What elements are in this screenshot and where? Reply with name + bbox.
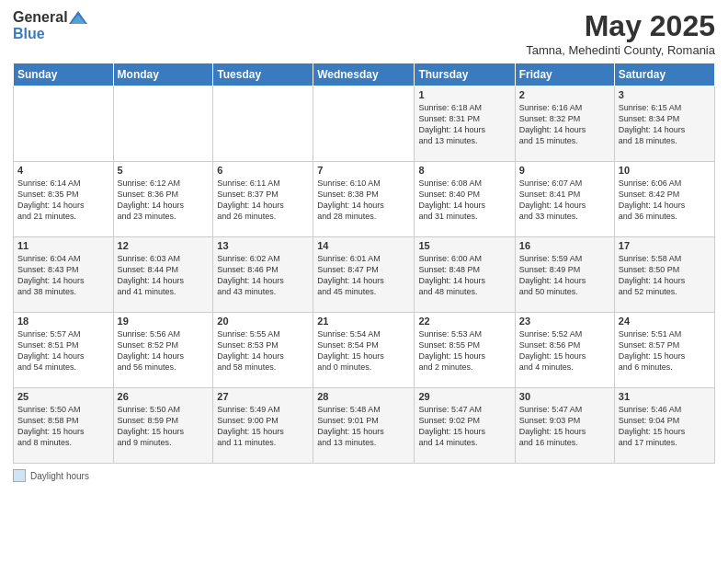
- day-number: 21: [317, 316, 410, 327]
- day-info: Sunrise: 5:59 AM Sunset: 8:49 PM Dayligh…: [519, 253, 610, 298]
- table-row: 23Sunrise: 5:52 AM Sunset: 8:56 PM Dayli…: [515, 313, 614, 388]
- day-info: Sunrise: 6:08 AM Sunset: 8:40 PM Dayligh…: [418, 178, 510, 223]
- day-info: Sunrise: 6:06 AM Sunset: 8:42 PM Dayligh…: [619, 178, 711, 223]
- logo-icon: [69, 9, 87, 26]
- table-row: 8Sunrise: 6:08 AM Sunset: 8:40 PM Daylig…: [415, 162, 515, 237]
- day-info: Sunrise: 5:46 AM Sunset: 9:04 PM Dayligh…: [619, 404, 711, 449]
- day-number: 17: [619, 240, 711, 251]
- table-row: [14, 86, 114, 162]
- table-row: [113, 86, 213, 162]
- calendar-table: Sunday Monday Tuesday Wednesday Thursday…: [13, 63, 715, 464]
- day-number: 24: [619, 316, 711, 327]
- col-tuesday: Tuesday: [213, 63, 313, 86]
- day-info: Sunrise: 5:52 AM Sunset: 8:56 PM Dayligh…: [519, 328, 610, 373]
- table-row: 15Sunrise: 6:00 AM Sunset: 8:48 PM Dayli…: [415, 237, 515, 313]
- daylight-legend-box: [13, 469, 26, 482]
- table-row: 19Sunrise: 5:56 AM Sunset: 8:52 PM Dayli…: [113, 313, 213, 388]
- table-row: 9Sunrise: 6:07 AM Sunset: 8:41 PM Daylig…: [515, 162, 614, 237]
- day-number: 14: [317, 240, 410, 251]
- day-info: Sunrise: 6:10 AM Sunset: 8:38 PM Dayligh…: [317, 178, 410, 223]
- day-info: Sunrise: 6:11 AM Sunset: 8:37 PM Dayligh…: [217, 178, 309, 223]
- calendar-week-row: 18Sunrise: 5:57 AM Sunset: 8:51 PM Dayli…: [14, 313, 715, 388]
- day-number: 1: [418, 89, 510, 100]
- day-info: Sunrise: 5:51 AM Sunset: 8:57 PM Dayligh…: [619, 328, 711, 373]
- table-row: 13Sunrise: 6:02 AM Sunset: 8:46 PM Dayli…: [213, 237, 313, 313]
- table-row: 29Sunrise: 5:47 AM Sunset: 9:02 PM Dayli…: [415, 388, 515, 464]
- day-info: Sunrise: 5:58 AM Sunset: 8:50 PM Dayligh…: [619, 253, 711, 298]
- table-row: 2Sunrise: 6:16 AM Sunset: 8:32 PM Daylig…: [515, 86, 614, 162]
- table-row: 26Sunrise: 5:50 AM Sunset: 8:59 PM Dayli…: [113, 388, 213, 464]
- location-subtitle: Tamna, Mehedinti County, Romania: [526, 43, 715, 57]
- day-number: 25: [17, 391, 109, 402]
- day-info: Sunrise: 5:47 AM Sunset: 9:03 PM Dayligh…: [519, 404, 610, 449]
- day-info: Sunrise: 5:50 AM Sunset: 8:59 PM Dayligh…: [118, 404, 210, 449]
- table-row: 12Sunrise: 6:03 AM Sunset: 8:44 PM Dayli…: [113, 237, 213, 313]
- table-row: 3Sunrise: 6:15 AM Sunset: 8:34 PM Daylig…: [614, 86, 714, 162]
- logo: General Blue: [13, 9, 88, 42]
- daylight-legend-label: Daylight hours: [30, 471, 89, 481]
- table-row: 10Sunrise: 6:06 AM Sunset: 8:42 PM Dayli…: [614, 162, 714, 237]
- table-row: 31Sunrise: 5:46 AM Sunset: 9:04 PM Dayli…: [614, 388, 714, 464]
- day-info: Sunrise: 5:57 AM Sunset: 8:51 PM Dayligh…: [17, 328, 109, 373]
- col-wednesday: Wednesday: [313, 63, 415, 86]
- day-number: 7: [317, 165, 410, 176]
- title-area: May 2025 Tamna, Mehedinti County, Romani…: [526, 9, 715, 57]
- day-number: 18: [17, 316, 109, 327]
- day-info: Sunrise: 6:16 AM Sunset: 8:32 PM Dayligh…: [519, 102, 610, 147]
- day-number: 13: [217, 240, 309, 251]
- day-number: 30: [519, 391, 610, 402]
- table-row: 4Sunrise: 6:14 AM Sunset: 8:35 PM Daylig…: [14, 162, 114, 237]
- day-number: 6: [217, 165, 309, 176]
- day-info: Sunrise: 5:47 AM Sunset: 9:02 PM Dayligh…: [418, 404, 510, 449]
- table-row: 25Sunrise: 5:50 AM Sunset: 8:58 PM Dayli…: [14, 388, 114, 464]
- calendar-week-row: 1Sunrise: 6:18 AM Sunset: 8:31 PM Daylig…: [14, 86, 715, 162]
- day-info: Sunrise: 6:12 AM Sunset: 8:36 PM Dayligh…: [118, 178, 210, 223]
- day-number: 9: [519, 165, 610, 176]
- day-info: Sunrise: 5:55 AM Sunset: 8:53 PM Dayligh…: [217, 328, 309, 373]
- day-number: 29: [418, 391, 510, 402]
- day-number: 16: [519, 240, 610, 251]
- logo-general-text: General: [13, 9, 68, 26]
- day-number: 2: [519, 89, 610, 100]
- day-number: 5: [118, 165, 210, 176]
- day-info: Sunrise: 6:14 AM Sunset: 8:35 PM Dayligh…: [17, 178, 109, 223]
- table-row: 16Sunrise: 5:59 AM Sunset: 8:49 PM Dayli…: [515, 237, 614, 313]
- col-monday: Monday: [113, 63, 213, 86]
- table-row: 22Sunrise: 5:53 AM Sunset: 8:55 PM Dayli…: [415, 313, 515, 388]
- table-row: 11Sunrise: 6:04 AM Sunset: 8:43 PM Dayli…: [14, 237, 114, 313]
- day-info: Sunrise: 5:50 AM Sunset: 8:58 PM Dayligh…: [17, 404, 109, 449]
- day-number: 28: [317, 391, 410, 402]
- table-row: 1Sunrise: 6:18 AM Sunset: 8:31 PM Daylig…: [415, 86, 515, 162]
- table-row: 14Sunrise: 6:01 AM Sunset: 8:47 PM Dayli…: [313, 237, 415, 313]
- day-info: Sunrise: 6:01 AM Sunset: 8:47 PM Dayligh…: [317, 253, 410, 298]
- day-info: Sunrise: 5:49 AM Sunset: 9:00 PM Dayligh…: [217, 404, 309, 449]
- table-row: 6Sunrise: 6:11 AM Sunset: 8:37 PM Daylig…: [213, 162, 313, 237]
- day-number: 3: [619, 89, 711, 100]
- day-info: Sunrise: 5:56 AM Sunset: 8:52 PM Dayligh…: [118, 328, 210, 373]
- col-saturday: Saturday: [614, 63, 714, 86]
- table-row: [213, 86, 313, 162]
- day-number: 15: [418, 240, 510, 251]
- day-number: 23: [519, 316, 610, 327]
- day-number: 22: [418, 316, 510, 327]
- day-number: 27: [217, 391, 309, 402]
- day-number: 8: [418, 165, 510, 176]
- table-row: 18Sunrise: 5:57 AM Sunset: 8:51 PM Dayli…: [14, 313, 114, 388]
- day-info: Sunrise: 5:48 AM Sunset: 9:01 PM Dayligh…: [317, 404, 410, 449]
- day-info: Sunrise: 6:15 AM Sunset: 8:34 PM Dayligh…: [619, 102, 711, 147]
- day-number: 26: [118, 391, 210, 402]
- header: General Blue May 2025 Tamna, Mehedinti C…: [13, 9, 715, 57]
- calendar-week-row: 4Sunrise: 6:14 AM Sunset: 8:35 PM Daylig…: [14, 162, 715, 237]
- table-row: [313, 86, 415, 162]
- page: General Blue May 2025 Tamna, Mehedinti C…: [0, 0, 728, 563]
- day-number: 31: [619, 391, 711, 402]
- calendar-week-row: 25Sunrise: 5:50 AM Sunset: 8:58 PM Dayli…: [14, 388, 715, 464]
- table-row: 17Sunrise: 5:58 AM Sunset: 8:50 PM Dayli…: [614, 237, 714, 313]
- day-info: Sunrise: 6:02 AM Sunset: 8:46 PM Dayligh…: [217, 253, 309, 298]
- table-row: 27Sunrise: 5:49 AM Sunset: 9:00 PM Dayli…: [213, 388, 313, 464]
- table-row: 5Sunrise: 6:12 AM Sunset: 8:36 PM Daylig…: [113, 162, 213, 237]
- table-row: 21Sunrise: 5:54 AM Sunset: 8:54 PM Dayli…: [313, 313, 415, 388]
- footer: Daylight hours: [13, 469, 715, 482]
- day-number: 10: [619, 165, 711, 176]
- day-info: Sunrise: 6:18 AM Sunset: 8:31 PM Dayligh…: [418, 102, 510, 147]
